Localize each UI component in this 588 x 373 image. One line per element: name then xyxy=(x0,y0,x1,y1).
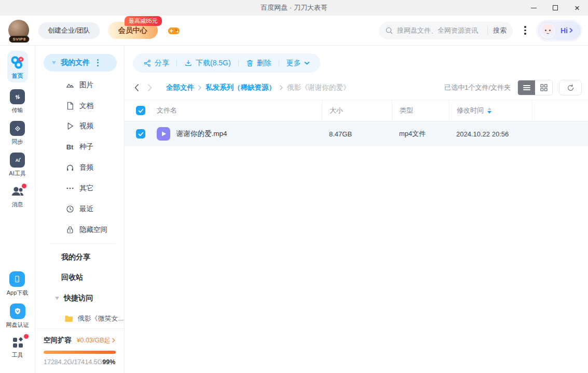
app-body: 首页 传输 同步 AI AI工具 消息 xyxy=(0,46,588,373)
sidebar-item-my-files[interactable]: 我的文件 xyxy=(44,54,117,72)
column-header-size[interactable]: 大小 xyxy=(322,100,392,121)
selection-info: 已选中1个文件/文件夹 xyxy=(444,83,511,92)
rail-item-verify[interactable]: 网盘认证 xyxy=(6,303,29,329)
file-name: 谢谢你的爱.mp4 xyxy=(176,129,227,139)
search-icon xyxy=(385,26,393,35)
search-input[interactable] xyxy=(397,26,484,34)
minimize-button[interactable] xyxy=(523,0,544,16)
notification-dot xyxy=(22,184,26,188)
back-button[interactable] xyxy=(134,84,139,92)
chevron-down-icon xyxy=(304,61,310,65)
rail-item-home[interactable]: 首页 xyxy=(7,51,28,82)
refresh-button[interactable] xyxy=(559,80,582,95)
column-header-name[interactable]: 文件名 xyxy=(157,100,322,121)
assistant-button[interactable]: Hi xyxy=(538,21,581,40)
share-button[interactable]: 分享 xyxy=(143,59,169,68)
collapse-triangle-icon xyxy=(55,297,59,300)
forward-button[interactable] xyxy=(147,84,153,92)
column-header-type[interactable]: 类型 xyxy=(392,100,449,121)
rail-item-ai-tools[interactable]: AI AI工具 xyxy=(9,153,25,177)
verify-shield-icon xyxy=(10,303,25,319)
titlebar: 百度网盘 · 刀刀大表哥 × xyxy=(0,0,588,16)
sidebar-item-recent[interactable]: 最近 xyxy=(35,199,124,219)
breadcrumb-item[interactable]: 全部文件 xyxy=(166,83,194,92)
rail-item-sync[interactable]: 同步 xyxy=(10,121,25,146)
category-label: 最近 xyxy=(79,204,93,214)
download-label: 下载(8.5G) xyxy=(196,59,231,68)
rail-item-label: 同步 xyxy=(12,138,23,146)
sidebar: 我的文件 图片 文档 视频 Bt 种子 音频 其它 最近 xyxy=(35,46,125,373)
file-type: mp4文件 xyxy=(392,129,449,139)
more-button[interactable]: 更多 xyxy=(286,59,310,68)
rail-item-label: 工具 xyxy=(12,351,23,359)
maximize-icon xyxy=(553,5,558,10)
sidebar-item-audio[interactable]: 音频 xyxy=(35,157,124,178)
vip-discount-badge: 最高减85元 xyxy=(125,16,162,26)
check-icon xyxy=(138,108,144,113)
list-view-button[interactable] xyxy=(518,80,535,95)
breadcrumb-separator-icon xyxy=(198,85,202,91)
ai-tools-icon: AI xyxy=(10,153,25,168)
document-icon xyxy=(65,101,75,110)
sidebar-item-quick-access[interactable]: 快捷访问 xyxy=(35,288,124,309)
close-button[interactable]: × xyxy=(566,0,588,16)
my-files-label: 我的文件 xyxy=(61,58,90,67)
sidebar-item-hidden-space[interactable]: 隐藏空间 xyxy=(35,219,124,240)
sidebar-item-torrents[interactable]: Bt 种子 xyxy=(35,136,124,157)
rail-item-transfer[interactable]: 传输 xyxy=(10,89,25,114)
assistant-label: Hi xyxy=(560,26,568,35)
sidebar-item-other[interactable]: 其它 xyxy=(35,178,124,199)
refresh-icon xyxy=(567,84,575,92)
sidebar-item-my-shares[interactable]: 我的分享 xyxy=(35,247,124,268)
more-label: 更多 xyxy=(286,59,301,68)
my-files-menu-icon[interactable] xyxy=(97,59,99,66)
rail-item-label: 首页 xyxy=(12,72,23,80)
table-row[interactable]: 谢谢你的爱.mp4 8.47GB mp4文件 2024.10.22 20:56 xyxy=(125,121,588,146)
delete-button[interactable]: 删除 xyxy=(246,59,271,68)
more-menu-icon[interactable] xyxy=(520,22,530,39)
category-label: 文档 xyxy=(79,101,93,110)
category-label: 音频 xyxy=(79,163,93,172)
more-dots-icon xyxy=(65,184,75,193)
chevron-right-icon xyxy=(569,27,573,33)
trash-icon xyxy=(246,59,254,67)
file-name-cell[interactable]: 谢谢你的爱.mp4 xyxy=(157,127,322,141)
game-center-icon[interactable] xyxy=(167,24,181,37)
storage-usage-text: 17284.2G/17414.5G99% xyxy=(44,358,116,366)
check-icon xyxy=(138,132,144,136)
grid-view-button[interactable] xyxy=(535,80,552,95)
maximize-button[interactable] xyxy=(544,0,566,16)
sidebar-item-documents[interactable]: 文档 xyxy=(35,95,124,116)
video-icon xyxy=(65,121,75,131)
sidebar-item-quick-folder[interactable]: 俄影《微笑女... xyxy=(35,309,124,328)
download-button[interactable]: 下载(8.5G) xyxy=(184,59,231,68)
create-team-button[interactable]: 创建企业/团队 xyxy=(38,22,100,39)
table-header: 文件名 大小 类型 修改时间 xyxy=(125,100,588,121)
breadcrumb: 全部文件 私发系列（稀缺资源） 俄影《谢谢你的爱》 xyxy=(166,83,350,92)
column-header-modified[interactable]: 修改时间 xyxy=(449,100,532,121)
rail-item-app-download[interactable]: App下载 xyxy=(7,271,29,297)
rail-item-label: AI工具 xyxy=(9,170,25,177)
transfer-icon xyxy=(10,89,25,104)
vip-center-wrap: 会员中心 最高减85元 xyxy=(108,22,158,39)
storage-price-link[interactable]: ¥0.03/GB起 xyxy=(77,336,116,345)
sidebar-item-recycle-bin[interactable]: 回收站 xyxy=(35,267,124,288)
sidebar-item-videos[interactable]: 视频 xyxy=(35,116,124,137)
rail-item-label: App下载 xyxy=(7,289,29,297)
toolbar-row: 分享 下载(8.5G) 删除 更多 xyxy=(125,46,588,73)
sidebar-item-images[interactable]: 图片 xyxy=(35,75,124,95)
rail-item-tools[interactable]: 工具 xyxy=(11,336,24,359)
row-checkbox[interactable] xyxy=(136,129,145,139)
minimize-icon xyxy=(531,8,537,8)
share-icon xyxy=(143,59,152,67)
search-button[interactable]: 搜索 xyxy=(487,26,507,35)
breadcrumb-item[interactable]: 私发系列（稀缺资源） xyxy=(206,83,276,92)
rail-item-messages[interactable]: 消息 xyxy=(10,184,25,209)
sort-toggle-icon[interactable] xyxy=(487,107,491,114)
storage-percent: 99% xyxy=(102,358,115,366)
chevron-left-icon xyxy=(134,84,139,92)
breadcrumb-row: 全部文件 私发系列（稀缺资源） 俄影《谢谢你的爱》 已选中1个文件/文件夹 xyxy=(125,80,588,95)
user-avatar[interactable]: SVIP8 xyxy=(8,20,30,42)
select-all-checkbox[interactable] xyxy=(136,106,145,115)
collapse-triangle-icon xyxy=(52,61,56,64)
